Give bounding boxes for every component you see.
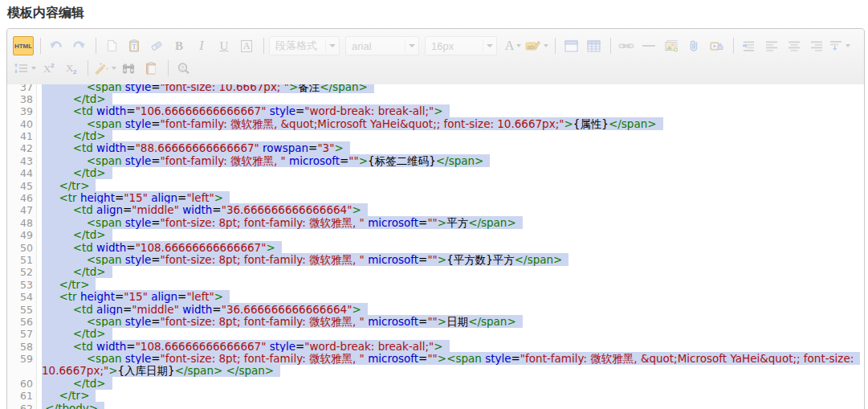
link-button[interactable] xyxy=(616,36,637,55)
code-line: <td width="108.66666666666667"> xyxy=(42,242,864,254)
indent-button[interactable] xyxy=(739,36,760,55)
chevron-down-icon xyxy=(846,44,850,47)
chevron-down-icon xyxy=(544,44,548,47)
paste-icon: T xyxy=(128,39,141,52)
font-family-select[interactable]: arial xyxy=(345,36,419,55)
code-line: </td> xyxy=(42,93,864,105)
line-number: 61 xyxy=(7,390,36,402)
font-family-select-value: arial xyxy=(352,40,372,52)
line-height-button[interactable] xyxy=(13,59,36,78)
preview-button[interactable]: ? xyxy=(173,59,194,78)
align-left-icon xyxy=(764,39,779,52)
align-left-button[interactable] xyxy=(761,36,782,55)
find-icon xyxy=(120,62,137,75)
code-line: </tbody> xyxy=(42,403,864,409)
paste-plain-icon xyxy=(145,62,157,75)
paste-button[interactable]: T xyxy=(124,36,145,55)
code-lines[interactable]: <span style="font-size: 10.6667px; ">备注<… xyxy=(39,84,864,409)
table-properties-button[interactable] xyxy=(583,36,604,55)
font-size-select[interactable]: 16px xyxy=(425,36,497,55)
new-document-button[interactable] xyxy=(101,36,122,55)
undo-button[interactable] xyxy=(46,36,67,55)
superscript-button[interactable]: X2 xyxy=(38,59,59,78)
html-icon: HTML xyxy=(14,43,32,50)
align-right-icon xyxy=(809,39,824,52)
code-line: <span style="font-size: 8pt; font-family… xyxy=(42,316,864,328)
line-spacing-button[interactable] xyxy=(829,36,850,55)
italic-button[interactable]: I xyxy=(191,36,212,55)
quick-format-button[interactable] xyxy=(93,59,116,78)
toolbar-separator xyxy=(610,38,611,54)
link-icon xyxy=(618,39,634,52)
line-number: 47 xyxy=(7,204,36,216)
align-right-button[interactable] xyxy=(806,36,827,55)
line-number: 46 xyxy=(7,192,36,204)
italic-icon: I xyxy=(199,39,203,53)
align-center-button[interactable] xyxy=(784,36,805,55)
code-line: <td align="middle" width="36.66666666666… xyxy=(42,304,864,316)
line-number: 54 xyxy=(7,291,36,303)
code-line: </td> xyxy=(42,378,864,390)
font-color-button[interactable]: A xyxy=(503,36,524,55)
line-number: 59 xyxy=(7,353,36,365)
remove-format-icon: A xyxy=(241,40,253,52)
code-line: <span style="font-size: 10.6667px; ">备注<… xyxy=(42,84,864,93)
preview-icon: ? xyxy=(177,62,191,75)
attachment-button[interactable] xyxy=(683,36,704,55)
code-line: <span style="font-family: 微软雅黑, &quot;Mi… xyxy=(42,118,864,130)
line-number: 43 xyxy=(7,155,36,167)
redo-button[interactable] xyxy=(68,36,89,55)
paragraph-format-select-value: 段落格式 xyxy=(275,39,317,53)
code-line: <tr height="15" align="left"> xyxy=(42,291,864,303)
indent-icon xyxy=(742,39,756,52)
line-number: 51 xyxy=(7,254,36,266)
table-grid-icon xyxy=(587,40,601,52)
new-document-icon xyxy=(105,39,118,52)
line-number: 48 xyxy=(7,217,36,229)
media-button[interactable] xyxy=(706,36,727,55)
toolbar-separator xyxy=(88,60,88,76)
bold-icon: B xyxy=(175,39,183,53)
code-line: <tr height="15" align="left"> xyxy=(42,192,864,204)
paragraph-format-select[interactable]: 段落格式 xyxy=(269,36,340,55)
line-number-gutter: 3738394041424344454647484950515253545556… xyxy=(7,84,37,409)
code-line: </tr> xyxy=(42,279,864,291)
chevron-down-icon xyxy=(329,44,336,47)
line-number: 53 xyxy=(7,279,36,291)
code-line: </tr> xyxy=(42,180,864,192)
subscript-button[interactable]: X2 xyxy=(60,59,81,78)
code-editor[interactable]: 3738394041424344454647484950515253545556… xyxy=(7,84,864,409)
quick-format-icon xyxy=(93,62,109,75)
code-line: <td width="106.66666666666667" style="wo… xyxy=(42,105,864,117)
subscript-icon: X2 xyxy=(63,62,78,75)
svg-text:2: 2 xyxy=(73,68,77,75)
line-number: 38 xyxy=(7,93,36,105)
insert-table-button[interactable] xyxy=(560,36,581,55)
paste-text-button[interactable] xyxy=(141,59,161,78)
line-number: 57 xyxy=(7,328,36,340)
undo-icon xyxy=(49,39,63,52)
code-line: </td> xyxy=(42,328,864,340)
line-spacing-icon xyxy=(829,39,843,52)
remove-format-button[interactable]: A xyxy=(236,36,257,55)
align-center-icon xyxy=(787,39,801,52)
source-toggle-button[interactable]: HTML xyxy=(13,36,34,55)
image-button[interactable] xyxy=(661,36,682,55)
editor-toolbar: HTMLTBIUA段落格式arial16pxAab X2X2? xyxy=(7,29,864,85)
bold-button[interactable]: B xyxy=(169,36,189,55)
svg-text:2: 2 xyxy=(51,62,55,69)
highlight-color-icon: ab xyxy=(525,39,541,52)
font-size-select-value: 16px xyxy=(431,40,454,52)
image-icon xyxy=(664,39,679,52)
highlight-color-button[interactable]: ab xyxy=(525,36,548,55)
horizontal-rule-button[interactable] xyxy=(638,36,659,55)
find-button[interactable] xyxy=(118,59,139,78)
eraser-icon xyxy=(150,39,163,52)
eraser-button[interactable] xyxy=(146,36,167,55)
code-line: <span style="font-size: 8pt; font-family… xyxy=(42,217,864,229)
line-number: 37 xyxy=(7,84,36,93)
code-line: </td> xyxy=(42,229,864,241)
line-number: 44 xyxy=(7,167,36,179)
underline-button[interactable]: U xyxy=(214,36,234,55)
template-editor: HTMLTBIUA段落格式arial16pxAab X2X2? 37383940… xyxy=(6,28,865,409)
